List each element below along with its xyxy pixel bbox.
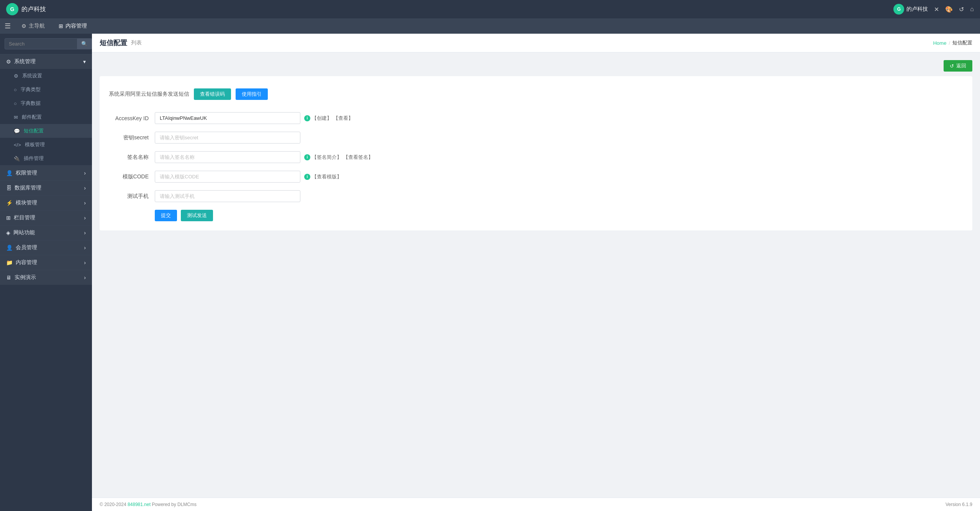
sidebar-item-sms-label: 短信配置: [24, 127, 44, 134]
palette-icon[interactable]: 🎨: [945, 6, 953, 13]
hints-accesskey: i 【创建】 【查看】: [304, 115, 353, 122]
section-content-header[interactable]: 📁 内容管理 ›: [0, 255, 92, 270]
chevron-right-icon-4: ›: [84, 215, 86, 221]
nav-item-content[interactable]: ⊞ 内容管理: [56, 21, 90, 31]
refresh-icon[interactable]: ↺: [959, 6, 964, 13]
form-row-secret: 密钥secret: [109, 132, 963, 144]
sidebar-item-dict-data[interactable]: ○ 字典数据: [0, 96, 92, 110]
section-column-header[interactable]: ⊞ 栏目管理 ›: [0, 211, 92, 225]
hints-templatecode: i 【查看模版】: [304, 173, 342, 180]
section-auth-header[interactable]: 👤 权限管理 ›: [0, 166, 92, 180]
hint-sign-intro[interactable]: 【签名简介】: [312, 154, 342, 161]
chevron-right-icon-6: ›: [84, 245, 86, 251]
section-module: ⚡ 模块管理 ›: [0, 195, 92, 210]
section-content: 📁 内容管理 ›: [0, 255, 92, 270]
section-system-header[interactable]: ⚙ 系统管理 ▾: [0, 54, 92, 69]
hint-view-template[interactable]: 【查看模版】: [312, 173, 342, 180]
section-member-header[interactable]: 👤 会员管理 ›: [0, 240, 92, 255]
input-accesskey[interactable]: [155, 112, 300, 124]
section-site-header[interactable]: ◈ 网站功能 ›: [0, 225, 92, 240]
instructions-button[interactable]: 使用指引: [236, 88, 268, 100]
db-icon: 🗄: [6, 185, 11, 191]
sidebar: 🔍 ⚙ 系统管理 ▾ ⚙ 系统设置 ○ 字典类型 ○ 字典数据: [0, 34, 92, 511]
breadcrumb-current: 短信配置: [952, 39, 972, 46]
section-site: ◈ 网站功能 ›: [0, 225, 92, 240]
footer-copyright: © 2020-2024: [100, 502, 126, 507]
return-label: 返回: [956, 62, 966, 69]
top-header: G 的卢科技 G 的卢科技 ✕ 🎨 ↺ ⌂: [0, 0, 980, 18]
test-send-button[interactable]: 测试发送: [181, 210, 213, 221]
main-layout: 🔍 ⚙ 系统管理 ▾ ⚙ 系统设置 ○ 字典类型 ○ 字典数据: [0, 34, 980, 511]
sidebar-item-dict-data-label: 字典数据: [21, 100, 41, 107]
search-button[interactable]: 🔍: [77, 38, 92, 49]
section-auth-label: 权限管理: [16, 170, 37, 176]
submit-button[interactable]: 提交: [155, 210, 177, 221]
version-value: 6.1.9: [962, 502, 972, 507]
page-content: ↺ 返回 系统采用阿里云短信服务发送短信 查看错误码 使用指引 AccessKe…: [92, 52, 980, 498]
sidebar-item-template[interactable]: </> 模板管理: [0, 138, 92, 152]
chevron-right-icon-8: ›: [84, 274, 86, 281]
info-icon-accesskey: i: [304, 115, 310, 121]
search-input[interactable]: [5, 38, 77, 49]
header-logo-icon: G: [893, 4, 904, 15]
sidebar-item-dict-type-label: 字典类型: [21, 86, 41, 93]
section-site-label: 网站功能: [13, 229, 35, 236]
breadcrumb-home[interactable]: Home: [933, 40, 947, 46]
chevron-right-icon: ›: [84, 170, 86, 176]
grid-icon: ⊞: [6, 215, 11, 221]
footer-site-link[interactable]: 848981.net: [128, 502, 151, 507]
sidebar-item-system-settings-label: 系统设置: [22, 72, 42, 79]
section-demo-header[interactable]: 🖥 实例演示 ›: [0, 270, 92, 285]
hint-create[interactable]: 【创建】: [312, 115, 332, 122]
section-auth: 👤 权限管理 ›: [0, 165, 92, 180]
label-templatecode: 模版CODE: [109, 173, 155, 180]
chevron-right-icon-5: ›: [84, 230, 86, 236]
label-signname: 签名名称: [109, 154, 155, 161]
header-left: G 的卢科技: [6, 3, 46, 15]
section-system-icon: ⚙: [6, 59, 11, 65]
hints-signname: i 【签名简介】 【查看签名】: [304, 154, 373, 161]
sidebar-item-email[interactable]: ✉ 邮件配置: [0, 110, 92, 124]
nav-content-label: 内容管理: [66, 23, 87, 29]
grid-nav-icon: ⊞: [59, 23, 63, 29]
section-demo-label: 实例演示: [15, 274, 36, 281]
section-module-label: 模块管理: [16, 199, 37, 206]
section-column-label: 栏目管理: [14, 214, 35, 221]
return-button[interactable]: ↺ 返回: [944, 60, 972, 72]
hamburger-icon[interactable]: ☰: [5, 22, 11, 30]
header-right: G 的卢科技 ✕ 🎨 ↺ ⌂: [893, 4, 974, 15]
nav-item-main[interactable]: ⚙ 主导航: [18, 21, 48, 31]
hint-view-sign[interactable]: 【查看签名】: [343, 154, 373, 161]
input-signname[interactable]: [155, 151, 300, 163]
nav-bar: ☰ ⚙ 主导航 ⊞ 内容管理: [0, 18, 980, 34]
circle-icon: ○: [14, 87, 17, 93]
sidebar-item-dict-type[interactable]: ○ 字典类型: [0, 83, 92, 96]
input-secret[interactable]: [155, 132, 300, 144]
section-module-header[interactable]: ⚡ 模块管理 ›: [0, 196, 92, 210]
page-subtitle: 列表: [131, 39, 142, 46]
check-error-button[interactable]: 查看错误码: [194, 88, 231, 100]
page-header: 短信配置 列表 Home / 短信配置: [92, 34, 980, 52]
chevron-right-icon-2: ›: [84, 185, 86, 191]
sidebar-item-plugin[interactable]: 🔌 插件管理: [0, 152, 92, 165]
hint-view[interactable]: 【查看】: [333, 115, 353, 122]
alert-text: 系统采用阿里云短信服务发送短信: [109, 91, 189, 98]
input-testphone[interactable]: [155, 190, 300, 202]
input-templatecode[interactable]: [155, 171, 300, 183]
breadcrumb-separator: /: [949, 40, 950, 46]
breadcrumb: Home / 短信配置: [933, 39, 972, 46]
close-icon[interactable]: ✕: [934, 6, 939, 13]
label-secret: 密钥secret: [109, 134, 155, 141]
form-row-templatecode: 模版CODE i 【查看模版】: [109, 171, 963, 183]
sidebar-item-sms[interactable]: 💬 短信配置: [0, 124, 92, 138]
section-db-label: 数据库管理: [15, 184, 41, 191]
footer-right: Version 6.1.9: [946, 502, 972, 507]
section-member-label: 会员管理: [16, 244, 37, 251]
content-area: 短信配置 列表 Home / 短信配置 ↺ 返回 系统采用阿里云短信服: [92, 34, 980, 511]
section-db-header[interactable]: 🗄 数据库管理 ›: [0, 181, 92, 195]
circle-icon-2: ○: [14, 101, 17, 106]
sidebar-item-system-settings[interactable]: ⚙ 系统设置: [0, 69, 92, 83]
app-name: 的卢科技: [21, 5, 46, 13]
diamond-icon: ◈: [6, 230, 10, 236]
home-icon[interactable]: ⌂: [970, 6, 974, 13]
